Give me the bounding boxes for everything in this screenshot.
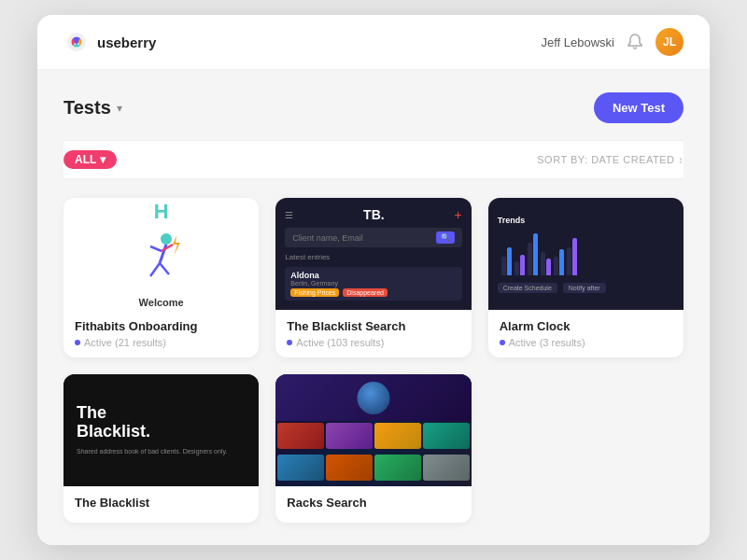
page-title-area: Tests ▾ — [63, 97, 122, 119]
svg-line-1 — [160, 245, 166, 263]
bl-poster: TheBlacklist. Shared address book of bad… — [63, 374, 259, 486]
new-test-button[interactable]: New Test — [594, 92, 684, 123]
card-fithabits-preview: H — [63, 198, 259, 310]
card-alarm-preview: Trends — [488, 198, 684, 310]
bar — [507, 247, 512, 275]
card-alarm-title: Alarm Clock — [500, 319, 672, 333]
card-fithabits-info: Fithabits Onboarding Active (21 results) — [63, 310, 259, 357]
bar — [514, 261, 519, 275]
planet-graphic — [357, 382, 389, 414]
bar — [559, 249, 564, 275]
status-dot-blacklist — [287, 340, 292, 345]
card-blacklist-poster[interactable]: TheBlacklist. Shared address book of bad… — [63, 374, 259, 523]
card-tracks-title: Racks Search — [287, 496, 459, 510]
bl-search-bar: Client name, Email 🔍 — [285, 228, 461, 247]
card-blacklist-search-status: Active (103 results) — [287, 337, 459, 348]
svg-point-0 — [161, 233, 172, 245]
card-blacklist-poster-title: The Blacklist — [75, 496, 247, 510]
svg-line-5 — [160, 263, 169, 274]
bl-brand: TB. — [363, 207, 385, 222]
card-tracks[interactable]: Racks Search — [275, 374, 471, 523]
bar — [567, 247, 571, 275]
bar — [554, 257, 558, 275]
header: useberry Jeff Lebowski JL — [37, 15, 710, 70]
filter-bar: ALL ▾ SORT BY: DATE CREATED ↕ — [63, 140, 684, 179]
alarm-chart-title: Trends — [498, 216, 526, 225]
track-thumb-8 — [423, 455, 470, 481]
app-window: useberry Jeff Lebowski JL Tests ▾ New Te… — [37, 15, 710, 545]
track-thumb-7 — [374, 455, 421, 481]
notify-after-button[interactable]: Notify after — [563, 283, 606, 293]
svg-line-4 — [150, 263, 160, 276]
bar-group-6 — [567, 238, 577, 275]
chevron-down-icon[interactable]: ▾ — [117, 102, 122, 115]
card-blacklist-poster-info: The Blacklist — [63, 486, 259, 523]
bl-tags: Fishing Prices Disappeared — [290, 288, 456, 297]
track-thumb-6 — [326, 455, 373, 481]
card-blacklist-search[interactable]: ☰ TB. + Client name, Email 🔍 Latest entr… — [275, 198, 471, 357]
bl-plus-icon: + — [454, 207, 461, 222]
track-thumb-3 — [374, 423, 421, 449]
status-dot-fithabits — [75, 340, 80, 345]
avatar[interactable]: JL — [655, 28, 684, 56]
fithabits-logo: H — [154, 200, 169, 224]
bar-group-4 — [541, 252, 551, 275]
logo-area: useberry — [63, 29, 156, 55]
svg-line-2 — [150, 246, 162, 251]
card-blacklist-search-preview: ☰ TB. + Client name, Email 🔍 Latest entr… — [275, 198, 471, 310]
card-tracks-info: Racks Search — [275, 486, 471, 523]
main-content: Tests ▾ New Test ALL ▾ SORT BY: DATE CRE… — [37, 70, 710, 545]
bl-search-button: 🔍 — [436, 231, 455, 244]
bar — [520, 255, 525, 275]
welcome-text: Welcome — [139, 297, 184, 308]
header-right: Jeff Lebowski JL — [541, 28, 684, 56]
filter-all-button[interactable]: ALL ▾ — [63, 150, 117, 169]
tracks-grid — [275, 421, 471, 486]
card-alarm-info: Alarm Clock Active (3 results) — [488, 310, 684, 357]
bell-icon[interactable] — [626, 33, 644, 51]
bar-group-2 — [514, 255, 525, 275]
bl-tag-1: Fishing Prices — [290, 288, 339, 297]
track-thumb-4 — [423, 423, 470, 449]
bar-group-1 — [501, 247, 512, 275]
alarm-actions: Create Schedule Notify after — [498, 283, 606, 293]
title-bar: Tests ▾ New Test — [63, 92, 684, 123]
cards-grid: H — [63, 198, 684, 523]
create-schedule-button[interactable]: Create Schedule — [498, 283, 557, 293]
track-thumb-2 — [326, 423, 373, 449]
bl-poster-subtitle: Shared address book of bad clients. Desi… — [77, 447, 227, 456]
track-thumb-5 — [277, 455, 324, 481]
card-blacklist-search-info: The Blacklist Search Active (103 results… — [275, 310, 471, 357]
bl-latest-label: Latest entries — [285, 253, 330, 261]
alarm-chart — [498, 229, 674, 275]
page-title: Tests — [63, 97, 111, 119]
sort-icon[interactable]: ↕ — [679, 155, 684, 165]
card-fithabits-status: Active (21 results) — [75, 337, 247, 348]
bl-header: ☰ TB. + — [285, 207, 461, 222]
svg-marker-6 — [173, 235, 180, 256]
logo-icon — [63, 29, 90, 55]
card-alarm-clock[interactable]: Trends — [488, 198, 684, 357]
card-alarm-status: Active (3 results) — [500, 337, 672, 348]
bar — [541, 252, 545, 275]
bl-item: Aldona Berlin, Germany Fishing Prices Di… — [285, 267, 461, 301]
tracks-bg — [275, 374, 471, 486]
bl-item-name: Aldona — [290, 271, 456, 280]
sort-label: SORT BY: DATE CREATED ↕ — [537, 154, 684, 165]
card-tracks-preview — [275, 374, 471, 486]
bar — [572, 238, 577, 275]
bar — [546, 259, 551, 275]
status-dot-alarm — [500, 340, 505, 345]
bl-search-input: Client name, Email — [292, 233, 431, 243]
tracks-top — [275, 374, 471, 421]
bl-item-location: Berlin, Germany — [290, 280, 456, 287]
bl-tag-2: Disappeared — [343, 288, 388, 297]
user-name: Jeff Lebowski — [541, 35, 614, 49]
bar — [528, 243, 532, 275]
card-blacklist-search-title: The Blacklist Search — [287, 319, 459, 333]
card-fithabits-title: Fithabits Onboarding — [75, 319, 247, 333]
card-fithabits[interactable]: H — [63, 198, 259, 357]
app-name: useberry — [97, 35, 156, 50]
bar — [533, 233, 538, 275]
track-thumb-1 — [277, 423, 324, 449]
